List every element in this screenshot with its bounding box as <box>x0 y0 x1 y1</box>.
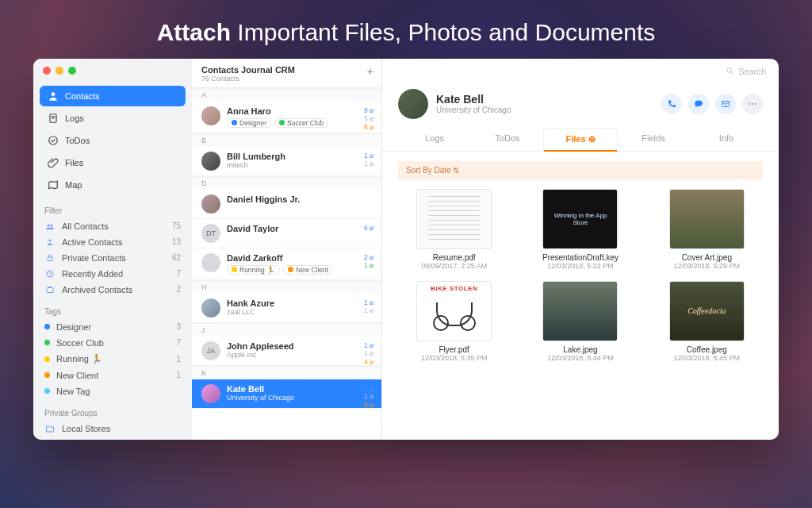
mail-icon <box>721 99 730 109</box>
contact-row[interactable]: Bill LumberghInitech1 ⌀1 ⌀ <box>192 147 381 176</box>
file-item[interactable]: CoffeedociaCoffee.jpeg12/03/2018, 5:45 P… <box>651 281 763 362</box>
file-date: 12/03/2018, 5:45 PM <box>651 354 763 362</box>
file-date: 12/03/2018, 5:35 PM <box>398 354 510 362</box>
minimize-icon[interactable] <box>56 67 63 75</box>
call-button[interactable] <box>661 94 682 114</box>
file-item[interactable]: Resume.pdf09/09/2017, 2:25 AM <box>398 189 510 270</box>
contact-tag: Designer <box>227 118 271 128</box>
tag-item[interactable]: Soccer Club7 <box>33 335 192 351</box>
svg-point-15 <box>752 103 753 105</box>
nav-contacts[interactable]: Contacts <box>40 86 186 106</box>
contact-row[interactable]: Daniel Higgins Jr. <box>192 190 381 219</box>
nav-files[interactable]: Files <box>40 152 186 173</box>
section-letter: A <box>192 88 381 102</box>
group-item[interactable]: Local Stores <box>33 421 192 437</box>
file-item[interactable]: Winning in the App StorePresentationDraf… <box>524 189 636 270</box>
email-button[interactable] <box>715 94 736 114</box>
clip-icon <box>48 157 59 168</box>
tag-count: 3 <box>176 322 181 331</box>
tag-item[interactable]: New Client1 <box>33 368 192 383</box>
nav-logs[interactable]: Logs <box>40 108 186 129</box>
tab-todos[interactable]: ToDos <box>471 127 544 151</box>
filter-count: 75 <box>172 221 181 230</box>
sort-bar[interactable]: Sort By Date ⇅ <box>398 161 763 179</box>
nav-map[interactable]: Map <box>40 175 186 195</box>
filter-icon <box>44 269 56 279</box>
filter-item[interactable]: Private Contacts62 <box>33 250 192 266</box>
tab-logs[interactable]: Logs <box>398 127 471 151</box>
list-title: Contacts Journal CRM <box>201 65 372 75</box>
filter-count: 62 <box>172 253 181 262</box>
contact-row[interactable]: David ZarkoffRunning 🏃New Client2 ⌀1 ⌀ <box>192 248 381 280</box>
file-name: Flyer.pdf <box>398 345 510 354</box>
contact-counts: 1 ⌀1 ⌀4 ⌀ <box>364 341 373 367</box>
close-icon[interactable] <box>43 67 51 75</box>
filter-label: All Contacts <box>62 221 109 231</box>
contact-row[interactable]: Kate BellUniversity of Chicago1 ⌀1 ⌀6 ⌀ <box>192 379 381 409</box>
file-item[interactable]: Lake.jpeg12/03/2018, 5:44 PM <box>524 281 636 362</box>
contact-tag: Running 🏃 <box>227 265 280 275</box>
contact-name: Daniel Higgins Jr. <box>227 194 300 204</box>
more-button[interactable] <box>742 94 763 114</box>
filter-header: Filter <box>33 197 192 218</box>
contact-row[interactable]: DTDavid Taylor6 ⌀ <box>192 219 381 248</box>
detail-pane: Search Kate Bell University of Chicago L… <box>382 59 779 440</box>
filter-label: Private Contacts <box>62 253 126 263</box>
zoom-icon[interactable] <box>68 67 76 75</box>
tag-item[interactable]: Designer3 <box>33 319 192 335</box>
svg-point-5 <box>48 224 50 226</box>
avatar <box>201 298 220 318</box>
contact-row[interactable]: Hank Azurezaal LLC1 ⌀1 ⌀ <box>192 294 381 323</box>
tab-fields[interactable]: Fields <box>617 127 690 151</box>
file-thumbnail <box>669 189 745 249</box>
search-field[interactable]: Search <box>726 67 766 76</box>
filter-icon <box>44 253 56 263</box>
contact-counts: 9 ⌀5 ⌀8 ⌀ <box>364 106 373 132</box>
thumbnail-text: Winning in the App Store <box>548 212 612 226</box>
note-icon <box>48 113 59 124</box>
section-letter: J <box>192 323 381 337</box>
filter-item[interactable]: Active Contacts13 <box>33 234 192 250</box>
tag-item[interactable]: New Tag <box>33 383 192 399</box>
file-name: Resume.pdf <box>398 253 510 262</box>
file-thumbnail <box>416 189 492 249</box>
contact-name: Hank Azure <box>227 298 274 308</box>
contact-tag: New Client <box>283 265 333 275</box>
contact-name: Bill Lumbergh <box>227 152 285 161</box>
nav-todos[interactable]: ToDos <box>40 130 186 151</box>
svg-point-7 <box>49 239 52 241</box>
contact-tag: Soccer Club <box>274 118 328 128</box>
add-contact-button[interactable]: + <box>367 65 373 78</box>
filter-icon <box>44 221 56 231</box>
file-item[interactable]: BIKE STOLENFlyer.pdf12/03/2018, 5:35 PM <box>398 281 510 362</box>
filter-item[interactable]: Recently Added7 <box>33 266 192 282</box>
list-subtitle: 76 Contacts <box>201 75 372 83</box>
contact-sub: University of Chicago <box>227 394 294 402</box>
tag-label: New Client <box>56 371 98 380</box>
thumbnail-text: Coffeedocia <box>688 306 726 315</box>
contact-row[interactable]: JAJohn AppleseedApple Inc1 ⌀1 ⌀4 ⌀ <box>192 337 381 366</box>
check-icon <box>48 135 59 146</box>
filter-item[interactable]: All Contacts75 <box>33 218 192 234</box>
tag-count: 1 <box>176 355 181 364</box>
avatar <box>201 384 220 403</box>
tag-item[interactable]: Running 🏃1 <box>33 351 192 368</box>
map-icon <box>48 179 59 190</box>
file-item[interactable]: Cover Art.jpeg12/03/2018, 5:29 PM <box>651 189 763 270</box>
contact-subtitle: University of Chicago <box>436 106 511 114</box>
contact-sub: Apple Inc <box>227 351 294 359</box>
avatar: JA <box>201 341 220 360</box>
window-controls <box>33 59 192 86</box>
nav-label: Map <box>65 180 82 190</box>
file-name: Cover Art.jpeg <box>651 253 763 262</box>
contact-name: David Taylor <box>227 224 278 233</box>
svg-point-16 <box>755 103 756 105</box>
tab-info[interactable]: Info <box>690 127 763 151</box>
contact-row[interactable]: Anna HaroDesignerSoccer Club9 ⌀5 ⌀8 ⌀ <box>192 102 381 133</box>
sidebar: ContactsLogsToDosFilesMap Filter All Con… <box>33 59 192 440</box>
tag-dot-icon <box>44 356 50 362</box>
tab-files[interactable]: Files ⊕ <box>544 128 617 152</box>
group-label: Local Stores <box>62 424 110 433</box>
message-button[interactable] <box>688 94 709 114</box>
filter-item[interactable]: Archived Contacts2 <box>33 282 192 298</box>
